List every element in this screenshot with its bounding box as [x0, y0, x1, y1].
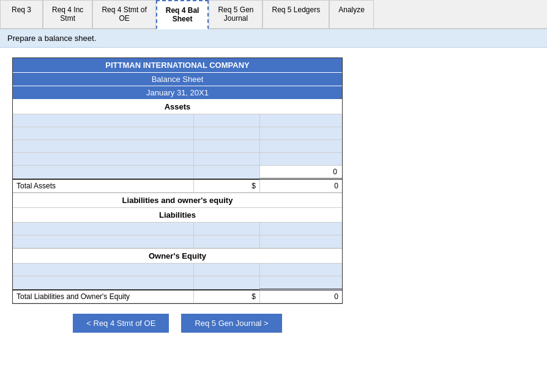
asset-amt2-3[interactable] [259, 140, 342, 153]
equity-amt2-2[interactable] [259, 276, 342, 290]
equity-amt1-2[interactable] [194, 276, 260, 290]
total-assets-row: Total Assets $ 0 [13, 179, 342, 193]
equity-amt2-1[interactable] [259, 264, 342, 276]
equity-row-1 [13, 264, 342, 276]
company-name: PITTMAN INTERNATIONAL COMPANY [13, 58, 342, 73]
next-button[interactable]: Req 5 Gen Journal > [181, 314, 281, 333]
liab-desc-1[interactable] [13, 223, 194, 235]
tabs-bar: Req 3 Req 4 Inc Stmt Req 4 Stmt of OE Re… [0, 0, 547, 29]
owner-equity-label: Owner's Equity [13, 248, 342, 264]
asset-amt1-1[interactable] [194, 114, 260, 127]
asset-row-4 [13, 153, 342, 166]
total-liab-equity-row: Total Liabilities and Owner's Equity $ 0 [13, 290, 342, 303]
total-assets-label: Total Assets [13, 179, 194, 193]
tab-req4stmt[interactable]: Req 4 Stmt of OE [92, 0, 155, 28]
liab-amt2-2[interactable] [259, 235, 342, 248]
asset-row-3 [13, 140, 342, 153]
sheet-date: January 31, 20X1 [13, 86, 342, 100]
asset-amt1-2[interactable] [194, 127, 260, 140]
liab-amt1-1[interactable] [194, 223, 260, 235]
asset-desc-3[interactable] [13, 140, 194, 153]
assets-label: Assets [13, 100, 342, 114]
liab-row-1 [13, 223, 342, 235]
asset-desc-1[interactable] [13, 114, 194, 127]
asset-row-5: 0 [13, 166, 342, 179]
total-liab-equity-label: Total Liabilities and Owner's Equity [13, 290, 194, 303]
asset-row-1 [13, 114, 342, 127]
asset-amt2-1[interactable] [259, 114, 342, 127]
assets-table: 0 Total Assets $ 0 [13, 114, 342, 193]
asset-row-2 [13, 127, 342, 140]
equity-desc-1[interactable] [13, 264, 194, 276]
liab-amt2-1[interactable] [259, 223, 342, 235]
equity-desc-2[interactable] [13, 276, 194, 290]
prev-button[interactable]: < Req 4 Stmt of OE [73, 314, 169, 333]
liab-amt1-2[interactable] [194, 235, 260, 248]
tab-req3[interactable]: Req 3 [0, 0, 43, 28]
tab-req4inc[interactable]: Req 4 Inc Stmt [43, 0, 92, 28]
asset-desc-2[interactable] [13, 127, 194, 140]
bottom-buttons: < Req 4 Stmt of OE Req 5 Gen Journal > [12, 314, 343, 333]
tab-req5led[interactable]: Req 5 Ledgers [262, 0, 329, 28]
liab-equity-label: Liabilities and owner's equity [13, 193, 342, 208]
liabilities-table [13, 223, 342, 248]
liab-row-2 [13, 235, 342, 248]
main-content: PITTMAN INTERNATIONAL COMPANY Balance Sh… [0, 48, 547, 342]
equity-row-2 [13, 276, 342, 290]
total-liab-equity-value: 0 [259, 290, 342, 303]
asset-amt1-4[interactable] [194, 153, 260, 166]
asset-desc-5[interactable] [13, 166, 194, 179]
instruction-bar: Prepare a balance sheet. [0, 29, 547, 48]
asset-amt1-5[interactable] [194, 166, 260, 179]
tab-req4bal[interactable]: Req 4 Bal Sheet [156, 0, 209, 29]
asset-amt2-2[interactable] [259, 127, 342, 140]
balance-sheet-container: PITTMAN INTERNATIONAL COMPANY Balance Sh… [12, 57, 343, 304]
sheet-title: Balance Sheet [13, 73, 342, 86]
total-assets-dollar: $ [194, 179, 260, 193]
liab-desc-2[interactable] [13, 235, 194, 248]
asset-amt2-4[interactable] [259, 153, 342, 166]
total-liab-equity-dollar: $ [194, 290, 260, 303]
tab-analyze[interactable]: Analyze [329, 0, 374, 28]
instruction-text: Prepare a balance sheet. [7, 34, 96, 43]
asset-amt1-3[interactable] [194, 140, 260, 153]
total-assets-value: 0 [259, 179, 342, 193]
asset-desc-4[interactable] [13, 153, 194, 166]
tab-req5gen[interactable]: Req 5 Gen Journal [209, 0, 262, 28]
liabilities-label: Liabilities [13, 208, 342, 223]
equity-amt1-1[interactable] [194, 264, 260, 276]
equity-table: Total Liabilities and Owner's Equity $ 0 [13, 264, 342, 303]
asset-amt2-5: 0 [259, 166, 342, 179]
